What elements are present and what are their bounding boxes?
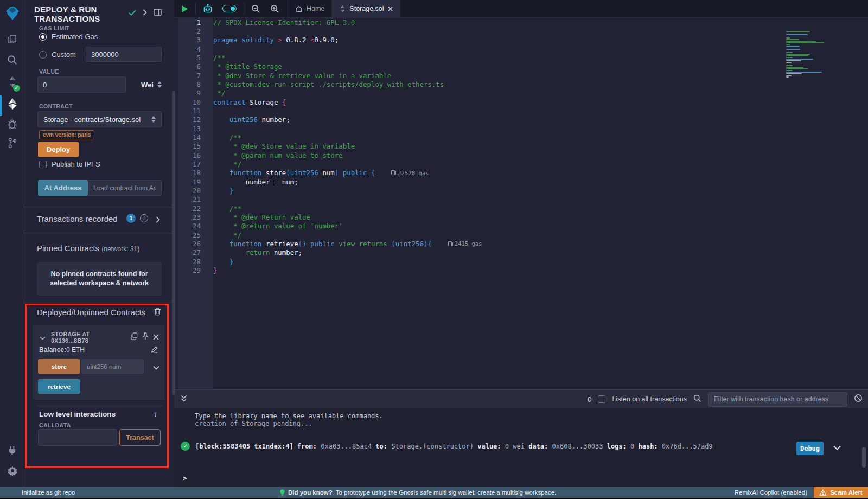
value-label: VALUE xyxy=(39,68,59,75)
contract-instance-label[interactable]: STORAGE AT 0X136...8B78 xyxy=(51,331,126,344)
value-input[interactable] xyxy=(37,76,126,93)
code-line[interactable]: 22 /** xyxy=(174,204,868,213)
terminal-pending-message: creation of Storage pending... xyxy=(195,420,312,427)
code-line[interactable]: 20 } xyxy=(174,186,868,195)
custom-gas-radio[interactable]: Custom xyxy=(39,50,76,59)
panel-scrollbar[interactable] xyxy=(172,91,175,395)
zoom-in-icon[interactable] xyxy=(265,0,284,17)
code-line[interactable]: 19 number = num; xyxy=(174,177,868,186)
code-line[interactable]: 1// SPDX-License-Identifier: GPL-3.0 xyxy=(174,18,868,27)
at-address-input[interactable] xyxy=(88,180,162,196)
tab-storage-sol[interactable]: Storage.sol xyxy=(332,0,400,17)
code-line[interactable]: 25 */ xyxy=(174,231,868,239)
code-line[interactable]: 9 */ xyxy=(174,89,868,98)
publish-ipfs-checkbox-row[interactable]: Publish to IPFS xyxy=(39,160,100,168)
pinned-empty-message: No pinned contracts found for selected w… xyxy=(37,262,162,296)
checkbox-icon[interactable] xyxy=(39,161,47,168)
tab-home[interactable]: Home xyxy=(288,0,332,17)
ai-copilot-toggle[interactable] xyxy=(218,0,241,17)
editor-minimap[interactable] xyxy=(786,31,850,76)
panel-forward-icon[interactable] xyxy=(143,8,147,18)
code-line[interactable]: 3pragma solidity >=0.8.2 <0.9.0; xyxy=(174,36,868,44)
git-icon[interactable] xyxy=(0,137,24,149)
code-line[interactable]: 27 return number; xyxy=(174,248,868,257)
debug-button[interactable]: Debug xyxy=(796,442,824,455)
collapse-terminal-icon[interactable] xyxy=(181,394,187,404)
copilot-status[interactable]: RemixAI Copilot (enabled) xyxy=(735,489,807,496)
file-explorer-icon[interactable] xyxy=(0,34,24,45)
deploy-button[interactable]: Deploy xyxy=(38,142,79,157)
expand-tx-icon[interactable] xyxy=(833,444,841,452)
code-line[interactable]: 17 */ xyxy=(174,159,868,168)
code-line[interactable]: 2 xyxy=(174,27,868,35)
collapse-chevron-icon[interactable] xyxy=(40,332,46,342)
close-instance-icon[interactable] xyxy=(153,332,159,342)
at-address-button[interactable]: At Address xyxy=(38,180,88,196)
code-line[interactable]: 28 } xyxy=(174,257,868,266)
code-line[interactable]: 21 xyxy=(174,195,868,204)
radio-selected-icon[interactable] xyxy=(39,33,47,41)
low-level-info-icon[interactable]: i xyxy=(155,410,157,419)
scam-alert-button[interactable]: Scam Alert xyxy=(814,487,868,498)
clear-filter-icon[interactable] xyxy=(854,394,863,405)
ai-copilot-icon[interactable] xyxy=(198,0,218,17)
pin-panel-icon[interactable] xyxy=(154,8,162,18)
calldata-input[interactable] xyxy=(38,429,117,446)
run-script-button[interactable] xyxy=(176,0,193,17)
estimated-gas-radio[interactable]: Estimated Gas xyxy=(39,33,98,41)
transactions-expand-icon[interactable] xyxy=(156,215,160,225)
close-tab-icon[interactable] xyxy=(388,7,393,11)
store-function-button[interactable]: store xyxy=(38,359,80,374)
trash-icon[interactable] xyxy=(154,308,161,318)
transact-button[interactable]: Transact xyxy=(119,429,161,446)
code-line[interactable]: 12 uint256 number; xyxy=(174,116,868,124)
transactions-info-icon[interactable]: i xyxy=(140,214,148,222)
code-line[interactable]: 15 * @dev Store value in variable xyxy=(174,142,868,151)
contract-select[interactable]: Storage - contracts/Storage.sol xyxy=(37,111,162,127)
plugin-manager-icon[interactable] xyxy=(0,445,24,456)
pin-icon[interactable] xyxy=(142,332,149,342)
code-line[interactable]: 5/** xyxy=(174,53,868,62)
remix-logo-icon[interactable] xyxy=(0,4,24,22)
radio-icon[interactable] xyxy=(39,51,47,59)
code-line[interactable]: 7 * @dev Store & retrieve value in a var… xyxy=(174,71,868,80)
terminal-scrollbar[interactable] xyxy=(862,447,866,468)
listen-all-checkbox[interactable] xyxy=(598,395,605,403)
value-unit-select[interactable]: Wei xyxy=(126,76,162,93)
zoom-out-icon[interactable] xyxy=(246,0,265,17)
code-line[interactable]: 18 function store(uint256 num) public {2… xyxy=(174,169,868,177)
retrieve-function-button[interactable]: retrieve xyxy=(38,379,80,394)
unit-stepper-icon[interactable] xyxy=(157,81,162,88)
code-line[interactable]: 14 /** xyxy=(174,133,868,142)
code-line[interactable]: 10contract Storage { xyxy=(174,98,868,106)
code-line[interactable]: 24 * @return value of 'number' xyxy=(174,222,868,231)
search-icon[interactable] xyxy=(0,54,24,66)
edit-balance-icon[interactable] xyxy=(151,346,158,355)
gas-pump-icon xyxy=(391,170,395,175)
store-args-input[interactable] xyxy=(81,359,144,374)
settings-gear-icon[interactable] xyxy=(0,465,24,476)
code-line[interactable]: 29} xyxy=(174,266,868,274)
terminal-prompt[interactable]: > xyxy=(183,475,187,482)
custom-gas-input[interactable] xyxy=(86,47,162,62)
code-line[interactable]: 6 * @title Storage xyxy=(174,62,868,71)
solidity-compiler-icon[interactable] xyxy=(0,76,24,88)
code-line[interactable]: 23 * @dev Return value xyxy=(174,213,868,221)
terminal-search-icon xyxy=(693,394,701,405)
copy-icon[interactable] xyxy=(131,332,138,342)
deploy-run-icon[interactable] xyxy=(0,98,24,111)
code-line[interactable]: 4 xyxy=(174,44,868,53)
terminal-output[interactable]: Type the library name to see available c… xyxy=(174,408,868,487)
code-line[interactable]: 26 function retrieve() public view retur… xyxy=(174,239,868,248)
transaction-log-row[interactable]: ✓ [block:5583405 txIndex:4] from: 0xa03.… xyxy=(181,442,863,451)
warning-icon xyxy=(819,489,827,496)
code-line[interactable]: 11 xyxy=(174,106,868,115)
terminal-filter-input[interactable] xyxy=(708,392,847,407)
code-line[interactable]: 8 * @custom:dev-run-script ./scripts/dep… xyxy=(174,80,868,88)
git-init-button[interactable]: Initialize as git repo xyxy=(22,489,75,496)
expand-args-icon[interactable] xyxy=(153,362,159,372)
code-line[interactable]: 16 * @param num value to store xyxy=(174,151,868,159)
code-area[interactable]: 1// SPDX-License-Identifier: GPL-3.023pr… xyxy=(174,18,868,389)
code-line[interactable]: 13 xyxy=(174,124,868,133)
debugger-icon[interactable] xyxy=(0,118,24,130)
